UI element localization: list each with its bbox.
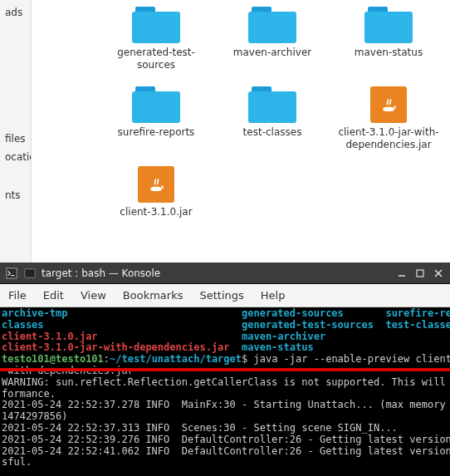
log-line: sful.	[2, 456, 32, 468]
folder-item[interactable]: maven-archiver	[214, 7, 330, 71]
file-manager-main[interactable]: generated-test-sources maven-archiver ma…	[32, 0, 450, 263]
ls-entry: surefire-rep	[385, 307, 450, 319]
menu-view[interactable]: View	[81, 289, 106, 302]
ls-entry: classes	[2, 319, 44, 331]
terminal-body[interactable]: archive-tmp generated-sources surefire-r…	[0, 307, 450, 476]
sidebar-item[interactable]: nts	[3, 186, 31, 204]
folder-icon	[248, 86, 296, 123]
prompt-path: ~/test/unattach/target	[110, 353, 242, 365]
terminal-menubar: File Edit View Bookmarks Settings Help	[0, 284, 450, 307]
ls-entry: generated-sources	[242, 307, 344, 319]
ls-entry: generated-test-sources	[242, 319, 374, 331]
item-label: surefire-reports	[118, 126, 195, 139]
svg-rect-2	[417, 270, 423, 277]
sidebar-item[interactable]: ocations	[3, 148, 31, 166]
log-line: 2021-05-24 22:52:37.313 INFO Scenes:30 -…	[2, 422, 398, 434]
ls-entry: test-classes	[385, 319, 450, 331]
folder-item[interactable]: surefire-reports	[98, 86, 214, 151]
ls-entry: archive-tmp	[2, 307, 67, 319]
file-manager-sidebar: ads files ocations nts	[0, 0, 32, 263]
ls-entry: client-3.1.0-jar-with-dependencies.jar	[2, 341, 230, 353]
log-line: formance.	[2, 388, 56, 400]
ls-entry: maven-archiver	[242, 331, 325, 342]
ls-entry: client-3.1.0.jar	[2, 331, 98, 342]
item-label: client-3.1.0-jar-with-dependencies.jar	[335, 126, 443, 151]
terminal-titlebar[interactable]: target : bash — Konsole	[0, 263, 450, 284]
menu-bookmarks[interactable]: Bookmarks	[123, 289, 183, 302]
jar-icon	[370, 86, 407, 123]
log-line: WARNING: sun.reflect.Reflection.getCalle…	[2, 376, 450, 388]
prompt-user: testo101@testo101	[2, 353, 104, 365]
minimize-button[interactable]	[395, 267, 408, 280]
menu-help[interactable]: Help	[261, 289, 286, 302]
menu-settings[interactable]: Settings	[199, 289, 243, 302]
item-label: generated-test-sources	[102, 47, 210, 71]
highlight-underline	[0, 368, 450, 371]
ls-entry: maven-status	[242, 341, 314, 353]
folder-item[interactable]: test-classes	[214, 86, 330, 151]
terminal-title: target : bash — Konsole	[42, 267, 395, 279]
file-manager: ads files ocations nts generated-test-so…	[0, 0, 450, 263]
menu-edit[interactable]: Edit	[43, 289, 64, 302]
svg-rect-0	[7, 267, 17, 277]
svg-rect-1	[25, 268, 35, 277]
item-label: maven-status	[355, 47, 423, 59]
folder-item[interactable]: maven-status	[330, 7, 447, 71]
menu-file[interactable]: File	[8, 289, 27, 302]
item-label: test-classes	[243, 126, 302, 139]
log-line: 2021-05-24 22:52:39.276 INFO DefaultCont…	[2, 434, 450, 445]
terminal-prompt-icon	[5, 267, 18, 280]
command: java -jar --enable-preview client-	[253, 353, 450, 365]
jar-item[interactable]: client-3.1.0.jar	[98, 166, 214, 218]
terminal-app-icon	[23, 267, 37, 280]
folder-icon	[364, 7, 413, 43]
close-button[interactable]	[432, 267, 445, 280]
log-line: 2021-05-24 22:52:41.062 INFO DefaultCont…	[2, 445, 450, 457]
item-label: maven-archiver	[233, 47, 311, 59]
sidebar-item[interactable]: files	[3, 130, 31, 148]
folder-icon	[248, 7, 296, 43]
folder-icon	[132, 7, 180, 43]
jar-item[interactable]: client-3.1.0-jar-with-dependencies.jar	[330, 86, 447, 151]
log-line: 2021-05-24 22:52:37.278 INFO MainFx:30 -…	[2, 399, 450, 410]
item-label: client-3.1.0.jar	[120, 206, 192, 218]
log-line: 1474297856)	[2, 410, 67, 422]
jar-icon	[138, 166, 174, 203]
maximize-button[interactable]	[413, 267, 427, 280]
sidebar-item[interactable]: ads	[3, 3, 31, 22]
folder-item[interactable]: generated-test-sources	[98, 7, 214, 71]
folder-icon	[132, 86, 180, 123]
terminal-window: target : bash — Konsole File Edit View B…	[0, 263, 450, 476]
